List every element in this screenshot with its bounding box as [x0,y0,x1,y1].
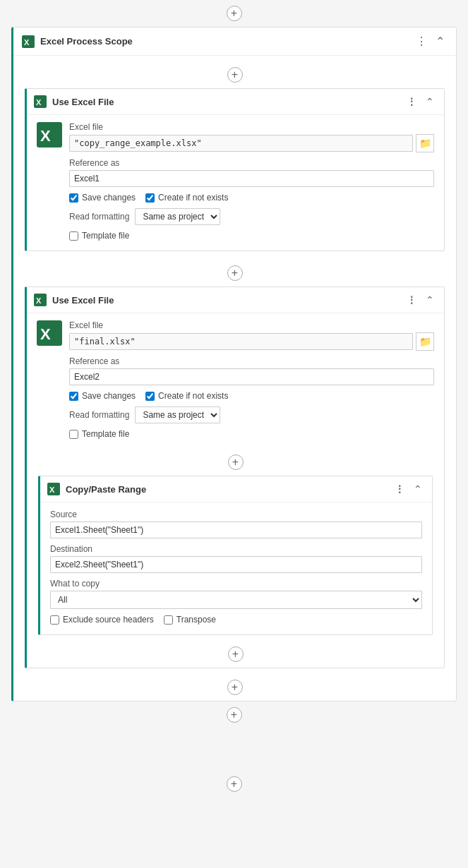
copy-paste-menu-icon: ⋮ [395,483,405,495]
add-button-2[interactable]: + [227,265,243,281]
add-button-3-container: + [27,449,444,476]
add-button-1-container: + [13,61,456,88]
scope-header-right: ⋮ ⌃ [413,33,448,49]
transpose-input[interactable] [164,615,173,625]
add-button-5-container: + [13,674,456,701]
excel-icon-1: X [34,95,47,108]
exclude-source-headers-checkbox[interactable]: Exclude source headers [50,615,154,625]
copy-paste-icon: X [47,483,60,495]
read-formatting-2-row: Read formatting Same as project Always N… [69,406,434,423]
card-1-inner: X Excel file 📁 [37,122,434,241]
template-file-1-label: Template file [82,231,129,241]
excel-file-1-input-row: 📁 [69,134,434,152]
card-1-collapse-button[interactable]: ⌃ [423,95,437,109]
destination-input[interactable] [50,556,422,573]
copy-paste-range-card: X Copy/Paste Range ⋮ ⌃ [38,476,433,635]
template-file-2-row: Template file [69,429,434,439]
exclude-source-headers-input[interactable] [50,615,59,625]
create-if-not-exists-2-input[interactable] [145,392,155,401]
top-add-button[interactable]: + [227,6,242,21]
excel-file-1-field: Excel file 📁 [69,122,434,152]
read-formatting-1-label: Read formatting [69,212,129,222]
scope-body: + X Use Excel File ⋮ ⌃ [13,56,456,701]
add-button-4[interactable]: + [228,646,244,662]
what-to-copy-label: What to copy [50,579,422,589]
bottom-add-button-container: + [0,771,468,797]
scope-collapse-button[interactable]: ⌃ [433,33,448,49]
svg-text:X: X [40,127,51,145]
save-changes-2-input[interactable] [69,392,78,401]
use-excel-file-1-header: X Use Excel File ⋮ ⌃ [27,89,444,115]
excel-file-2-input[interactable] [69,333,413,350]
add-button-1[interactable]: + [227,67,243,83]
card-2-collapse-button[interactable]: ⌃ [423,293,437,307]
save-changes-2-checkbox[interactable]: Save changes [69,391,136,401]
folder-icon-1: 📁 [419,138,431,149]
card-2-menu-button[interactable]: ⋮ [404,293,420,307]
card-1-menu-button[interactable]: ⋮ [404,95,420,109]
save-changes-1-checkbox[interactable]: Save changes [69,193,136,203]
folder-icon-2: 📁 [419,336,431,347]
card-1-menu-icon: ⋮ [407,96,417,107]
copy-paste-collapse-button[interactable]: ⌃ [411,482,425,496]
use-excel-file-1-card: X Use Excel File ⋮ ⌃ X [25,88,445,251]
use-excel-file-1-body: X Excel file 📁 [27,115,444,251]
card-2-header-right: ⋮ ⌃ [404,293,437,307]
card-2-inner: X Excel file 📁 [37,320,434,439]
svg-text:X: X [24,38,30,47]
template-file-1-input[interactable] [69,231,78,241]
excel-file-2-folder-btn[interactable]: 📁 [416,332,434,351]
excel-file-1-folder-btn[interactable]: 📁 [416,134,434,152]
scope-header-left: X Excel Process Scope [22,35,133,48]
use-excel-file-2-scope: X Use Excel File ⋮ ⌃ X [25,287,445,668]
add-button-5[interactable]: + [227,680,243,695]
reference-as-1-label: Reference as [69,158,434,168]
add-button-3[interactable]: + [228,454,244,470]
add-button-2-container: + [13,260,456,287]
copy-paste-range-header: X Copy/Paste Range ⋮ ⌃ [40,476,432,502]
read-formatting-1-select[interactable]: Same as project Always Never [135,208,220,225]
create-if-not-exists-1-label: Create if not exists [158,193,228,203]
card-2-menu-icon: ⋮ [407,294,417,306]
what-to-copy-select[interactable]: All Values only Formats only [50,591,422,609]
excel-process-scope-header: X Excel Process Scope ⋮ ⌃ [13,28,456,56]
save-changes-1-label: Save changes [82,193,136,203]
create-if-not-exists-1-checkbox[interactable]: Create if not exists [145,193,228,203]
card-2-header-left: X Use Excel File [34,294,114,306]
add-button-6[interactable]: + [227,707,242,723]
copy-paste-range-title: Copy/Paste Range [66,484,146,495]
card-1-collapse-icon: ⌃ [426,96,434,107]
copy-paste-header-left: X Copy/Paste Range [47,483,146,495]
bottom-checkboxes-row: Exclude source headers Transpose [50,615,422,625]
read-formatting-1-row: Read formatting Same as project Always N… [69,208,434,225]
add-button-6-container: + [0,701,468,728]
excel-scope-icon: X [22,35,35,48]
reference-as-2-label: Reference as [69,356,434,366]
transpose-checkbox[interactable]: Transpose [164,615,216,625]
card-2-fields: Excel file 📁 Reference as [69,320,434,439]
excel-file-1-input[interactable] [69,135,413,152]
reference-as-1-input[interactable] [69,170,434,187]
destination-label: Destination [50,544,422,554]
source-label: Source [50,510,422,519]
save-changes-1-input[interactable] [69,193,78,203]
scope-menu-button[interactable]: ⋮ [413,33,430,49]
excel-process-scope-container: X Excel Process Scope ⋮ ⌃ + X [11,27,457,701]
create-if-not-exists-2-label: Create if not exists [158,391,228,401]
reference-as-2-input[interactable] [69,368,434,385]
copy-paste-menu-button[interactable]: ⋮ [392,482,408,496]
exclude-source-headers-label: Exclude source headers [63,615,154,625]
bottom-add-button[interactable]: + [227,776,242,792]
source-input[interactable] [50,522,422,538]
template-file-2-input[interactable] [69,430,78,439]
use-excel-file-2-body: X Excel file 📁 [27,313,444,449]
read-formatting-2-select[interactable]: Same as project Always Never [135,406,220,423]
template-file-2-label: Template file [82,429,129,439]
create-if-not-exists-2-checkbox[interactable]: Create if not exists [145,391,228,401]
copy-paste-collapse-icon: ⌃ [414,483,422,495]
three-dots-icon: ⋮ [416,35,427,48]
checkboxes-1-row: Save changes Create if not exists [69,193,434,203]
svg-text:X: X [49,486,55,494]
create-if-not-exists-1-input[interactable] [145,193,155,203]
excel-file-1-label: Excel file [69,122,434,132]
